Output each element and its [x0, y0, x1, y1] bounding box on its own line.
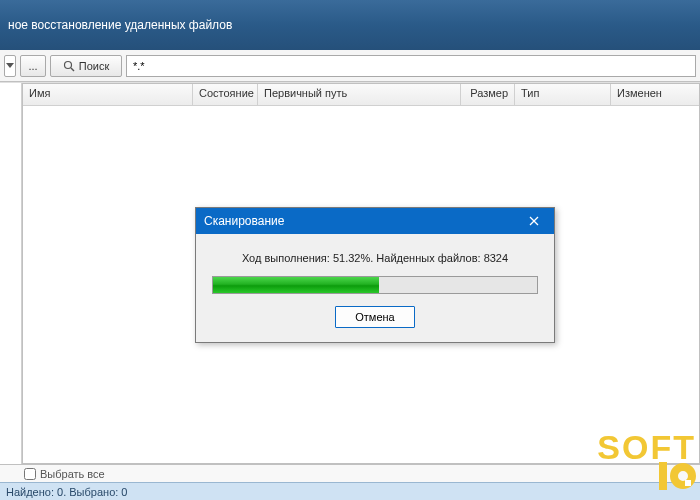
- progress-fill: [213, 277, 379, 293]
- column-header-size[interactable]: Размер: [461, 84, 515, 105]
- column-header-name[interactable]: Имя: [23, 84, 193, 105]
- svg-point-0: [64, 61, 71, 68]
- search-button[interactable]: Поиск: [50, 55, 122, 77]
- column-header-type[interactable]: Тип: [515, 84, 611, 105]
- app-title: ное восстановление удаленных файлов: [8, 18, 232, 32]
- left-sidebar: [0, 83, 22, 464]
- search-icon: [63, 60, 75, 72]
- browse-label: ...: [28, 60, 37, 72]
- dialog-title-text: Сканирование: [204, 214, 284, 228]
- dialog-progress-text: Ход выполнения: 51.32%. Найденных файлов…: [242, 252, 508, 264]
- drive-dropdown[interactable]: [4, 55, 16, 77]
- status-text: Найдено: 0. Выбрано: 0: [6, 486, 127, 498]
- search-label: Поиск: [79, 60, 109, 72]
- grid-header: Имя Состояние Первичный путь Размер Тип …: [23, 84, 699, 106]
- filter-input[interactable]: [126, 55, 696, 77]
- cancel-button[interactable]: Отмена: [335, 306, 415, 328]
- dialog-close-button[interactable]: [514, 208, 554, 234]
- progress-bar: [212, 276, 538, 294]
- select-all-checkbox[interactable]: [24, 468, 36, 480]
- toolbar: ... Поиск: [0, 50, 700, 82]
- column-header-modified[interactable]: Изменен: [611, 84, 699, 105]
- column-header-state[interactable]: Состояние: [193, 84, 258, 105]
- status-bar: Найдено: 0. Выбрано: 0: [0, 482, 700, 500]
- browse-button[interactable]: ...: [20, 55, 46, 77]
- dialog-titlebar[interactable]: Сканирование: [196, 208, 554, 234]
- select-all-bar: Выбрать все: [0, 464, 700, 482]
- chevron-down-icon: [6, 63, 14, 69]
- dialog-body: Ход выполнения: 51.32%. Найденных файлов…: [196, 234, 554, 342]
- column-header-path[interactable]: Первичный путь: [258, 84, 461, 105]
- close-icon: [529, 216, 539, 226]
- app-header: ное восстановление удаленных файлов: [0, 0, 700, 50]
- scan-dialog: Сканирование Ход выполнения: 51.32%. Най…: [195, 207, 555, 343]
- cancel-label: Отмена: [355, 311, 394, 323]
- select-all-label: Выбрать все: [40, 468, 105, 480]
- svg-line-1: [71, 68, 74, 71]
